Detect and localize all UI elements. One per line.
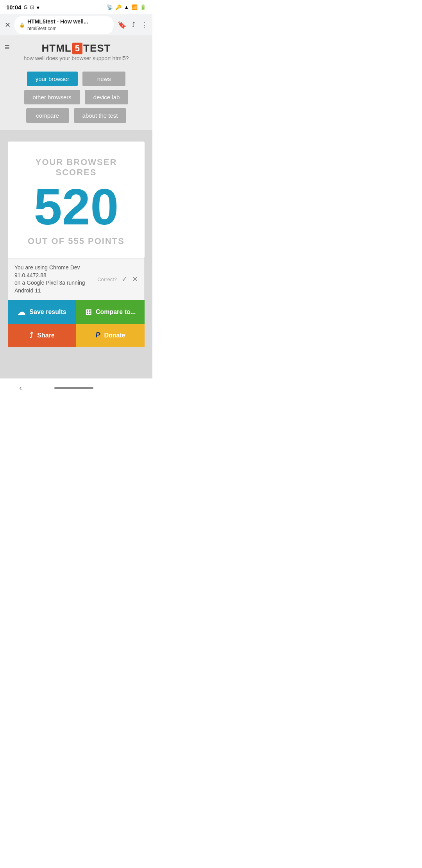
paypal-icon: P — [95, 331, 100, 339]
circle-icon: ● — [37, 4, 40, 10]
bottom-spacer — [0, 347, 152, 378]
key-icon: 🔑 — [115, 4, 122, 10]
battery-icon: 🔋 — [140, 4, 146, 10]
device-text: You are using Chrome Dev 91.0.4472.88 on… — [14, 264, 97, 294]
correct-label: Correct? — [97, 276, 117, 282]
score-out-of-label: OUT OF 555 POINTS — [16, 236, 137, 246]
back-button[interactable]: ‹ — [13, 382, 28, 394]
donate-button[interactable]: P Donate — [76, 324, 145, 347]
nav-row-3: compare about the test — [26, 108, 127, 123]
save-icon: ☁ — [18, 307, 25, 317]
share-browser-button[interactable]: ⤴ — [132, 21, 135, 29]
compare-to-button[interactable]: ⊞ Compare to... — [76, 300, 145, 324]
score-card: YOUR BROWSER SCORES 520 OUT OF 555 POINT… — [8, 142, 145, 258]
action-buttons: ☁ Save results ⊞ Compare to... ⤴ Share P… — [8, 300, 145, 347]
device-actions: Correct? ✓ ✕ — [97, 275, 138, 283]
correct-x-button[interactable]: ✕ — [132, 275, 138, 283]
nav-row-1: your browser news — [27, 72, 126, 86]
share-label: Share — [37, 332, 54, 339]
address-bar[interactable]: 🔒 HTML5test - How well... html5test.com — [14, 16, 114, 34]
logo-5-badge: 5 — [72, 43, 82, 54]
nav-pill — [54, 387, 93, 389]
donate-label: Donate — [104, 332, 125, 339]
status-bar: 10:04 G ⊡ ● 📡 🔑 ▲ 📶 🔋 — [0, 0, 152, 14]
device-line-2: on a Google Pixel 3a running Android 11 — [14, 280, 85, 294]
close-tab-button[interactable]: ✕ — [5, 22, 11, 29]
more-options-button[interactable]: ⋮ — [141, 21, 148, 29]
nav-buttons: your browser news other browsers device … — [0, 66, 152, 130]
your-browser-button[interactable]: your browser — [27, 72, 78, 86]
compare-button[interactable]: compare — [26, 108, 69, 123]
site-url: html5test.com — [27, 26, 57, 31]
hamburger-menu-icon[interactable]: ≡ — [5, 42, 10, 52]
wifi-icon: ▲ — [124, 4, 129, 10]
score-top-label: YOUR BROWSER SCORES — [16, 157, 137, 178]
signal-icon: 📶 — [131, 4, 138, 10]
site-header: ≡ HTML 5 TEST how well does your browser… — [0, 36, 152, 66]
site-logo: HTML 5 TEST — [42, 42, 111, 54]
share-icon: ⤴ — [29, 331, 33, 340]
device-info: You are using Chrome Dev 91.0.4472.88 on… — [8, 258, 145, 300]
compare-label: Compare to... — [96, 308, 136, 316]
device-lab-button[interactable]: device lab — [85, 90, 129, 104]
logo-test-text: TEST — [83, 42, 111, 54]
nav-row-2: other browsers device lab — [24, 90, 129, 104]
save-label: Save results — [29, 308, 66, 316]
tagline: how well does your browser support html5… — [23, 55, 129, 61]
news-button[interactable]: news — [82, 72, 125, 86]
lock-icon: 🔒 — [19, 22, 25, 28]
compare-icon: ⊞ — [85, 307, 92, 317]
google-icon: G — [23, 4, 27, 10]
correct-check-button[interactable]: ✓ — [122, 275, 127, 283]
bottom-nav-bar: ‹ — [0, 378, 152, 398]
status-time: 10:04 — [6, 4, 21, 11]
score-number: 520 — [16, 181, 137, 232]
score-section: YOUR BROWSER SCORES 520 OUT OF 555 POINT… — [0, 130, 152, 347]
browser-bar: ✕ 🔒 HTML5test - How well... html5test.co… — [0, 14, 152, 36]
bookmark-button[interactable]: 🔖 — [118, 21, 126, 29]
about-the-test-button[interactable]: about the test — [74, 108, 127, 123]
cast-icon: 📡 — [107, 4, 113, 10]
device-line-1: You are using Chrome Dev 91.0.4472.88 — [14, 264, 80, 278]
main-content: ≡ HTML 5 TEST how well does your browser… — [0, 36, 152, 378]
save-results-button[interactable]: ☁ Save results — [8, 300, 76, 324]
logo-html-text: HTML — [42, 42, 72, 54]
screen-record-icon: ⊡ — [30, 4, 34, 10]
other-browsers-button[interactable]: other browsers — [24, 90, 80, 104]
share-button[interactable]: ⤴ Share — [8, 324, 76, 347]
site-title: HTML5test - How well... — [27, 18, 88, 25]
